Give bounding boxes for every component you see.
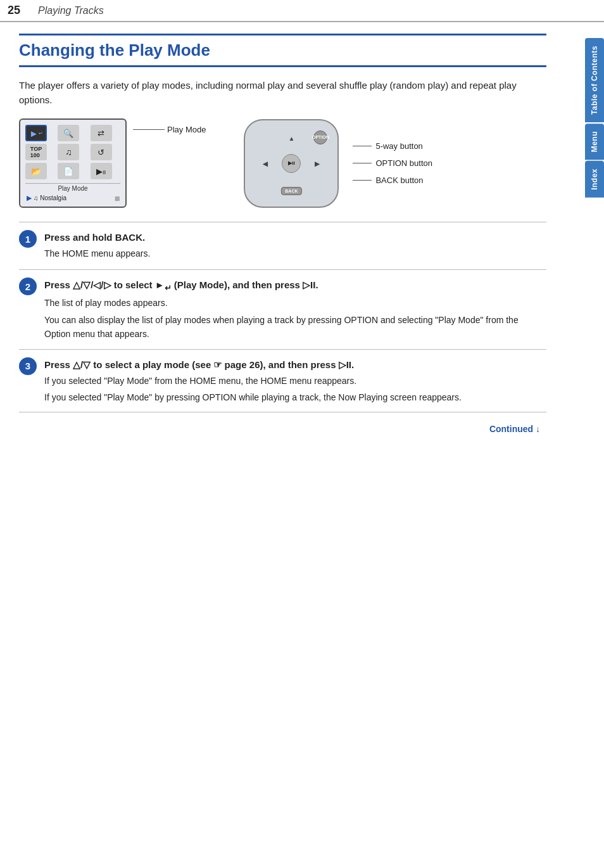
device-screen: ►↵ 🔍 ⇄ TOP100 ♫ ↺ 📂 📄 ▶₈ Play Mode ▶ ♫ N…	[19, 118, 127, 208]
continued-text: Continued ↓	[489, 424, 540, 434]
5way-pad: ▲ ▼ ◀ ▶ ▶II	[263, 135, 320, 192]
play-mode-label: Play Mode	[133, 125, 206, 134]
bottom-divider	[19, 412, 546, 412]
icon-top100: TOP100	[25, 144, 47, 160]
play-mode-label-text: Play Mode	[167, 125, 206, 134]
step-2: 2 Press △/▽/◁/▷ to select ►↵ (Play Mode)…	[19, 269, 546, 348]
sidebar-tab-menu[interactable]: Menu	[585, 124, 604, 160]
back-label-row: BACK button	[353, 176, 432, 185]
icon-music: ♫	[58, 144, 79, 160]
step-1-number: 1	[19, 230, 37, 248]
main-content: Changing the Play Mode The player offers…	[0, 22, 581, 453]
option-label-line	[353, 163, 372, 163]
step-1-main: Press and hold BACK.	[44, 230, 546, 245]
continued-footer: Continued ↓	[19, 424, 546, 434]
back-label-text: BACK button	[375, 176, 423, 185]
arrow-up: ▲	[288, 135, 294, 142]
step-3-content: Press △/▽ to select a play mode (see ☞ p…	[44, 357, 546, 405]
step-2-number: 2	[19, 278, 37, 295]
icon-play-fwd: ▶₈	[91, 163, 112, 179]
step-3: 3 Press △/▽ to select a play mode (see ☞…	[19, 349, 546, 412]
arrow-left: ◀	[263, 160, 268, 167]
diagram-area: ►↵ 🔍 ⇄ TOP100 ♫ ↺ 📂 📄 ▶₈ Play Mode ▶ ♫ N…	[19, 118, 546, 208]
step-3-note: If you selected "Play Mode" by pressing …	[44, 390, 546, 404]
device-screen-grid: ►↵ 🔍 ⇄ TOP100 ♫ ↺ 📂 📄 ▶₈	[25, 125, 120, 179]
5way-label-text: 5-way button	[375, 141, 422, 151]
back-button: BACK	[281, 187, 301, 195]
step-1-content: Press and hold BACK. The HOME menu appea…	[44, 230, 546, 262]
header-title: Playing Tracks	[38, 5, 104, 16]
icon-list: 📄	[58, 163, 79, 179]
header-bar: 25 Playing Tracks	[0, 0, 604, 22]
sidebar-tab-index[interactable]: Index	[585, 161, 604, 198]
step-1: 1 Press and hold BACK. The HOME menu app…	[19, 222, 546, 269]
sidebar-tab-toc[interactable]: Table of Contents	[585, 38, 604, 122]
icon-play-mode: ►↵	[25, 125, 47, 141]
5way-label-row: 5-way button	[353, 141, 432, 151]
right-sidebar: Table of Contents Menu Index	[581, 0, 604, 868]
chapter-title: Changing the Play Mode	[19, 34, 546, 67]
icon-folder: 📂	[25, 163, 47, 179]
player-device: ▲ ▼ ◀ ▶ ▶II OPTION BACK	[244, 119, 339, 208]
page-number: 25	[8, 4, 27, 17]
5way-label-line	[353, 146, 372, 146]
step-2-sub: The list of play modes appears.	[44, 296, 546, 310]
step-3-main: Press △/▽ to select a play mode (see ☞ p…	[44, 357, 546, 373]
step-1-sub: The HOME menu appears.	[44, 246, 546, 260]
icon-shuffle: ⇄	[91, 125, 112, 141]
option-button: OPTION	[313, 131, 327, 144]
screen-now-playing: ▶ ♫ Nostalgia ▩	[25, 193, 120, 201]
screen-play-mode-label: Play Mode	[25, 183, 120, 193]
intro-text: The player offers a variety of play mode…	[19, 79, 546, 107]
step-2-note: You can also display the list of play mo…	[44, 313, 546, 341]
option-label-text: OPTION button	[375, 158, 432, 168]
option-label-row: OPTION button	[353, 158, 432, 168]
step-3-sub: If you selected "Play Mode" from the HOM…	[44, 374, 546, 388]
icon-search: 🔍	[58, 125, 79, 141]
icon-repeat: ↺	[91, 144, 112, 160]
device-labels: 5-way button OPTION button BACK button	[353, 141, 432, 185]
back-label-line	[353, 180, 372, 181]
step-3-number: 3	[19, 357, 37, 375]
step-list: 1 Press and hold BACK. The HOME menu app…	[19, 222, 546, 412]
arrow-right: ▶	[315, 160, 320, 167]
step-2-content: Press △/▽/◁/▷ to select ►↵ (Play Mode), …	[44, 278, 546, 341]
step-2-main: Press △/▽/◁/▷ to select ►↵ (Play Mode), …	[44, 278, 546, 295]
center-button: ▶II	[282, 154, 301, 173]
